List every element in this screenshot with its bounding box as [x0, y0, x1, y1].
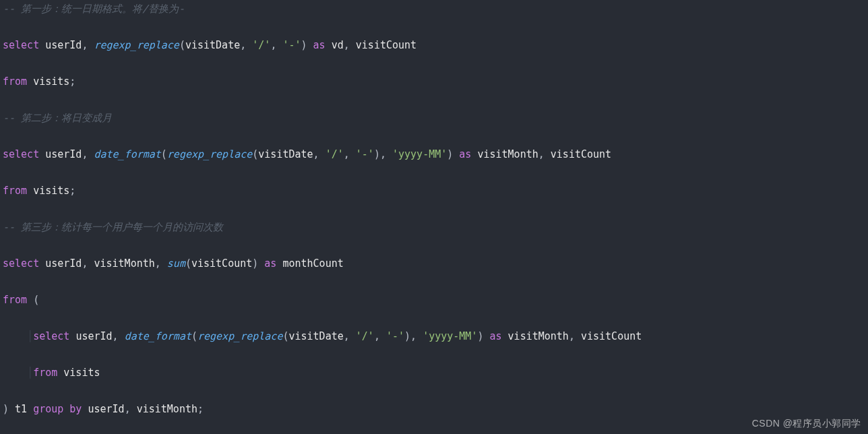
comment-step1: -- 第一步：统一日期格式。将/替换为-	[3, 3, 185, 15]
sql-code-block: -- 第一步：统一日期格式。将/替换为- select userId, rege…	[0, 0, 868, 434]
comment-step2: -- 第二步：将日变成月	[3, 112, 112, 124]
comment-step3: -- 第三步：统计每一个用户每一个月的访问次数	[3, 221, 223, 233]
